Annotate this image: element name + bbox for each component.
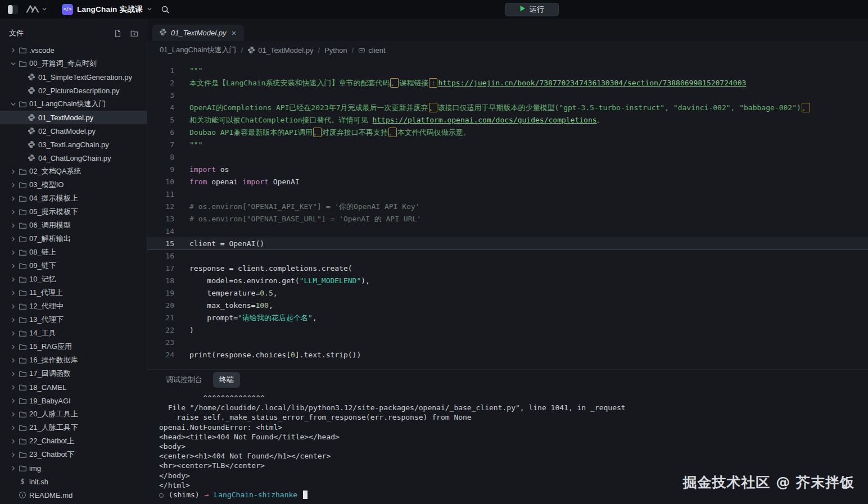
- breadcrumb-item[interactable]: client: [358, 46, 385, 55]
- code-line[interactable]: 1""": [147, 65, 868, 77]
- code-line[interactable]: 15client = OpenAI(): [147, 238, 868, 250]
- chevron-down-icon[interactable]: [9, 61, 17, 67]
- code-line[interactable]: 16: [147, 250, 868, 262]
- code-line[interactable]: 6Doubao API兼容最新版本的API调用。对废弃接口不再支持。本文件代码仅…: [147, 126, 868, 139]
- chevron-right-icon[interactable]: [9, 276, 17, 283]
- workspace-switcher[interactable]: </> LangChain 实战课: [62, 4, 152, 15]
- app-logo[interactable]: [26, 4, 47, 15]
- panel-tab[interactable]: 调试控制台: [160, 372, 209, 388]
- code-line[interactable]: 18 model=os.environ.get("LLM_MODELEND"),: [147, 275, 868, 287]
- tree-item[interactable]: 21_人脉工具下: [0, 421, 147, 434]
- code-editor[interactable]: 1"""2本文件是【LangChain系统安装和快速入门】章节的配套代码。课程链…: [147, 59, 868, 369]
- code-line[interactable]: 3: [147, 89, 868, 102]
- tree-item[interactable]: 02_文档QA系统: [0, 165, 147, 178]
- code-line[interactable]: 10from openai import OpenAI: [147, 176, 868, 188]
- tree-item[interactable]: 03_模型IO: [0, 178, 147, 192]
- code-line[interactable]: 14: [147, 225, 868, 238]
- code-line[interactable]: 21 prompt="请给我的花店起个名",: [147, 312, 868, 324]
- code-line[interactable]: 17response = client.completions.create(: [147, 262, 868, 275]
- chevron-right-icon[interactable]: [9, 182, 17, 188]
- chevron-down-icon[interactable]: [9, 101, 17, 107]
- tree-item[interactable]: 18_CAMEL: [0, 380, 147, 394]
- chevron-right-icon[interactable]: [9, 384, 17, 391]
- tree-item[interactable]: 16_操作数据库: [0, 353, 147, 367]
- code-line[interactable]: 7""": [147, 139, 868, 151]
- tree-item[interactable]: 01_TextModel.py: [0, 111, 147, 124]
- tree-item[interactable]: 07_解析输出: [0, 232, 147, 246]
- terminal[interactable]: ^^^^^^^^^^^^^^ File "/home/cloudide/.loc…: [147, 390, 868, 504]
- chevron-right-icon[interactable]: [9, 290, 17, 296]
- chevron-right-icon[interactable]: [9, 196, 17, 202]
- chevron-right-icon[interactable]: [9, 236, 17, 242]
- new-file-button[interactable]: [114, 29, 122, 38]
- code-line[interactable]: 13# os.environ["OPENAI_BASE_URL"] = 'Ope…: [147, 213, 868, 225]
- chevron-right-icon[interactable]: [9, 357, 17, 364]
- tree-item[interactable]: 02_ChatModel.py: [0, 124, 147, 138]
- tree-item[interactable]: 02_PictureDescription.py: [0, 84, 147, 97]
- chevron-right-icon[interactable]: [9, 317, 17, 323]
- chevron-right-icon[interactable]: [9, 371, 17, 377]
- run-button[interactable]: 运行: [505, 3, 559, 16]
- tree-item[interactable]: 03_TextLangChain.py: [0, 138, 147, 151]
- code-line[interactable]: 11: [147, 188, 868, 201]
- chevron-right-icon[interactable]: [9, 438, 17, 444]
- chevron-right-icon[interactable]: [9, 303, 17, 310]
- tree-item[interactable]: 14_工具: [0, 326, 147, 340]
- breadcrumb-item[interactable]: 01_LangChain快速入门: [160, 45, 237, 55]
- chevron-right-icon[interactable]: [9, 344, 17, 350]
- chevron-right-icon[interactable]: [9, 263, 17, 269]
- search-button[interactable]: [158, 3, 173, 16]
- tree-item[interactable]: img: [0, 461, 147, 475]
- tree-item[interactable]: $init.sh: [0, 475, 147, 488]
- code-line[interactable]: 8: [147, 151, 868, 164]
- chevron-right-icon[interactable]: [9, 425, 17, 431]
- tree-item[interactable]: 12_代理中: [0, 299, 147, 313]
- code-line[interactable]: 5相关功能可以被ChatCompletion接口替代。详情可见 https://…: [147, 114, 868, 126]
- chevron-right-icon[interactable]: [9, 398, 17, 404]
- chevron-right-icon[interactable]: [9, 169, 17, 175]
- tree-item[interactable]: 23_Chatbot下: [0, 448, 147, 461]
- new-folder-button[interactable]: [130, 29, 139, 38]
- tree-item[interactable]: README.md: [0, 488, 147, 502]
- tree-item[interactable]: 20_人脉工具上: [0, 407, 147, 421]
- terminal-prompt[interactable]: ○ (shims) → LangChain-shizhanke: [159, 490, 868, 500]
- tree-item[interactable]: 06_调用模型: [0, 219, 147, 232]
- tree-item[interactable]: 00_开篇词_奇点时刻: [0, 57, 147, 70]
- chevron-right-icon[interactable]: [9, 452, 17, 458]
- breadcrumb-item[interactable]: Python: [324, 46, 347, 55]
- chevron-right-icon[interactable]: [9, 47, 17, 53]
- code-line[interactable]: 19 temperature=0.5,: [147, 287, 868, 299]
- tree-item[interactable]: 09_链下: [0, 259, 147, 273]
- tree-item[interactable]: 04_提示模板上: [0, 192, 147, 205]
- code-line[interactable]: 12# os.environ["OPENAI_API_KEY"] = '你的Op…: [147, 201, 868, 213]
- tree-item[interactable]: 10_记忆: [0, 273, 147, 286]
- code-line[interactable]: 22): [147, 324, 868, 337]
- code-line[interactable]: 9import os: [147, 164, 868, 176]
- breadcrumb-item[interactable]: 01_TextModel.py: [247, 46, 313, 55]
- code-line[interactable]: 2本文件是【LangChain系统安装和快速入门】章节的配套代码。课程链接：ht…: [147, 77, 868, 89]
- close-tab-button[interactable]: ×: [230, 29, 238, 37]
- chevron-right-icon[interactable]: [9, 249, 17, 256]
- tree-item[interactable]: 15_RAG应用: [0, 340, 147, 353]
- tree-item[interactable]: 01_LangChain快速入门: [0, 97, 147, 111]
- tree-item[interactable]: 22_Chatbot上: [0, 434, 147, 448]
- tree-item[interactable]: 11_代理上: [0, 286, 147, 299]
- tree-item[interactable]: 05_提示模板下: [0, 205, 147, 219]
- code-line[interactable]: 4OpenAI的Completions API已经在2023年7月完成最后一次更…: [147, 102, 868, 114]
- tree-item[interactable]: 04_ChatLongChain.py: [0, 151, 147, 165]
- tab-01-textmodel[interactable]: 01_TextModel.py ×: [152, 25, 244, 41]
- tree-item[interactable]: 17_回调函数: [0, 367, 147, 380]
- tree-item[interactable]: .vscode: [0, 43, 147, 57]
- chevron-right-icon[interactable]: [9, 330, 17, 337]
- tree-item[interactable]: 08_链上: [0, 246, 147, 259]
- chevron-right-icon[interactable]: [9, 411, 17, 417]
- chevron-right-icon[interactable]: [9, 209, 17, 215]
- chevron-right-icon[interactable]: [9, 465, 17, 471]
- code-line[interactable]: 20 max_tokens=100,: [147, 299, 868, 312]
- tree-item[interactable]: 19_BabyAGI: [0, 394, 147, 407]
- code-line[interactable]: 24print(response.choices[0].text.strip()…: [147, 349, 868, 361]
- tree-item[interactable]: 13_代理下: [0, 313, 147, 326]
- sidebar-toggle-button[interactable]: [6, 3, 20, 16]
- panel-tab[interactable]: 终端: [213, 372, 240, 388]
- chevron-right-icon[interactable]: [9, 223, 17, 229]
